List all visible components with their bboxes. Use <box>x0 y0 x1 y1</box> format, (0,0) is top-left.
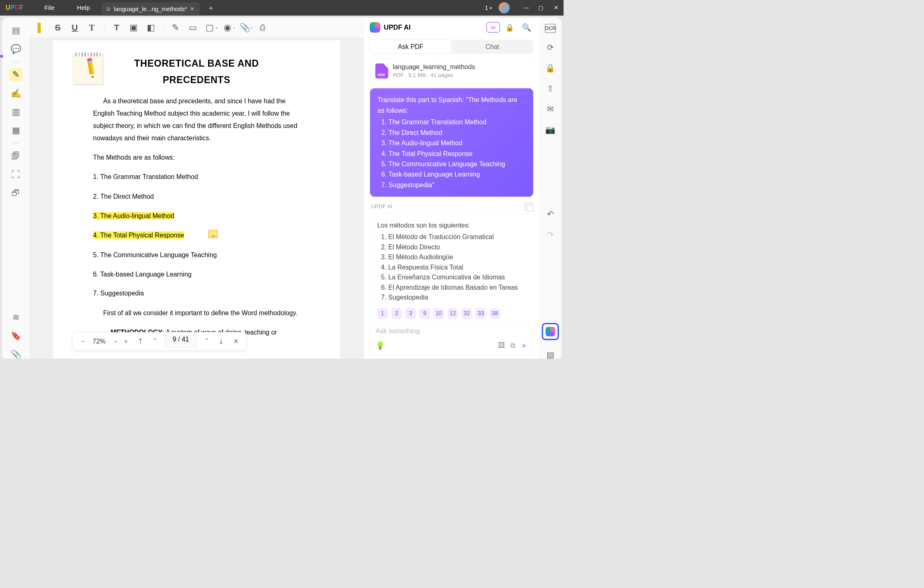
list-item: El Método Audiolingüe <box>388 252 526 262</box>
ai-response: Los métodos son los siguientes: El Métod… <box>370 214 533 319</box>
bookmark-icon[interactable]: 🔖 <box>9 329 23 342</box>
stamp-icon[interactable]: ⎙ <box>255 20 269 35</box>
callout-icon[interactable]: ◧ <box>144 20 158 35</box>
zoom-dropdown[interactable]: ▾ <box>115 339 116 344</box>
citation-chip[interactable]: 2 <box>391 308 402 318</box>
citation-chip[interactable]: 38 <box>489 308 500 318</box>
crop-icon[interactable]: ⛶ <box>9 168 23 181</box>
ocr-icon[interactable]: OCR <box>545 24 556 33</box>
zoom-in-button[interactable]: + <box>121 336 131 346</box>
send-button[interactable]: ➤ <box>521 341 527 350</box>
list-item: 3. The Audio-lingual Method <box>93 209 300 222</box>
tab-title: language_le...ng_methods* <box>114 5 187 12</box>
zoom-value: 72% <box>93 337 110 345</box>
form-icon[interactable]: ▦ <box>9 124 23 137</box>
source-file-card[interactable]: PDF language_learning_methods PDF · 5.1 … <box>370 58 533 83</box>
shape-icon[interactable]: ▢ <box>202 20 217 35</box>
close-button[interactable]: ✕ <box>549 0 564 16</box>
undo-icon[interactable]: ↶ <box>544 208 556 220</box>
text-tool-icon[interactable]: T <box>109 20 124 35</box>
citation-chip[interactable]: 12 <box>447 308 458 318</box>
tab-chat[interactable]: Chat <box>452 40 533 53</box>
list-item: The Direct Method <box>388 128 526 138</box>
strikethrough-icon[interactable]: S <box>51 20 65 35</box>
new-tab-button[interactable]: ＋ <box>199 2 222 13</box>
tab-ask-pdf[interactable]: Ask PDF <box>370 40 452 53</box>
pencil-icon[interactable]: ✎ <box>168 20 183 35</box>
text-style-icon[interactable]: T <box>85 20 99 35</box>
ai-fab-button[interactable] <box>542 323 559 340</box>
citation-chip[interactable]: 9 <box>419 308 430 318</box>
protect-icon[interactable]: 🔒 <box>544 62 556 74</box>
body-text: As a theoretical base and precedents, an… <box>93 95 300 144</box>
document-tab[interactable]: ⊘ language_le...ng_methods* ✕ <box>101 2 199 16</box>
page-number-input[interactable]: 9 / 41 <box>164 335 197 347</box>
citation-chip[interactable]: 32 <box>461 308 472 318</box>
comment-marker-icon[interactable] <box>208 230 218 238</box>
app-logo: UPDF <box>0 4 29 12</box>
list-item: La Enseñanza Comunicativa de Idiomas <box>388 272 526 282</box>
body-text: According to Traits: Describes concrete … <box>93 358 300 359</box>
pages-icon[interactable]: 🗐 <box>9 149 23 163</box>
tab-close-icon[interactable]: ✕ <box>190 6 195 12</box>
list-item: 5. The Communicative Language Teaching <box>93 249 300 261</box>
ai-tabs: Ask PDF Chat <box>370 40 533 53</box>
suggestions-icon[interactable]: 💡 <box>375 341 385 350</box>
list-item: La Respuesta Física Total <box>388 262 526 272</box>
ink-icon[interactable]: ◉ <box>220 20 234 35</box>
zoom-out-button[interactable]: − <box>78 336 88 346</box>
close-nav-button[interactable]: ✕ <box>231 336 241 346</box>
maximize-button[interactable]: ▢ <box>533 0 549 16</box>
list-item: 1. The Grammar Translation Method <box>93 171 300 183</box>
right-rail: OCR ⟳ 🔒 ⇧ ✉ 📷 ↶ ↷ ▤ <box>539 18 562 359</box>
screenshot-tool-icon[interactable]: 📷 <box>544 124 556 136</box>
reader-mode-icon[interactable]: ▤ <box>9 24 23 37</box>
body-text: The Methods are as follows: <box>93 151 300 164</box>
minimize-button[interactable]: — <box>519 0 534 16</box>
share-icon[interactable]: ⇧ <box>544 83 556 95</box>
redo-icon[interactable]: ↷ <box>544 229 556 241</box>
ai-panel: UPDF AI ∞ 🔒 🔍 Ask PDF Chat PDF language_… <box>364 18 539 359</box>
attach-icon[interactable]: 📎 <box>238 20 252 35</box>
list-item: The Total Physical Response <box>388 148 526 158</box>
citation-chip[interactable]: 1 <box>377 308 388 318</box>
edit-text-icon[interactable]: ✍ <box>9 86 23 100</box>
next-page-button[interactable]: ˅ <box>201 336 211 346</box>
citation-chip[interactable]: 10 <box>433 308 444 318</box>
file-name: language_learning_methods <box>393 63 475 71</box>
copy-icon[interactable] <box>525 202 532 210</box>
comment-icon[interactable]: 💬 <box>9 42 23 56</box>
prev-page-button[interactable]: ˄ <box>150 336 160 346</box>
image-attach-icon[interactable]: 🖼 <box>498 342 505 350</box>
screenshot-icon[interactable]: ⧉ <box>510 342 515 350</box>
unlimited-button[interactable]: ∞ <box>486 22 500 33</box>
citation-chip[interactable]: 3 <box>405 308 416 318</box>
avatar[interactable] <box>499 2 510 13</box>
convert-icon[interactable]: ⟳ <box>544 42 556 53</box>
underline-icon[interactable]: U <box>67 20 82 35</box>
citation-chip[interactable]: 33 <box>475 308 486 318</box>
textbox-icon[interactable]: ▣ <box>126 20 141 35</box>
first-page-button[interactable]: ⤒ <box>135 336 145 346</box>
page-title: THEORETICAL BASE ANDPRECEDENTS <box>93 55 300 88</box>
highlighter-icon[interactable]: ▌ <box>33 20 48 35</box>
menu-help[interactable]: Help <box>66 4 101 12</box>
lock-icon[interactable]: 🔒 <box>503 23 516 31</box>
highlight-tool-icon[interactable]: ✎ <box>9 68 23 81</box>
file-meta: PDF · 5.1 MB · 41 pages <box>393 72 475 78</box>
menu-file[interactable]: File <box>33 4 65 12</box>
email-icon[interactable]: ✉ <box>544 103 556 115</box>
layers-icon[interactable]: ≋ <box>9 311 23 324</box>
last-page-button[interactable]: ⤓ <box>216 336 226 346</box>
notes-panel-icon[interactable]: ▤ <box>544 349 556 358</box>
search-icon[interactable]: 🔍 <box>520 23 533 32</box>
eraser-icon[interactable]: ▭ <box>185 20 200 35</box>
page-viewport[interactable]: ✏️ THEORETICAL BASE ANDPRECEDENTS As a t… <box>30 38 364 359</box>
ai-input-box: 💡 🖼 ⧉ ➤ <box>370 323 533 355</box>
window-count[interactable]: 1 ▾ <box>482 4 494 11</box>
compare-icon[interactable]: 🗗 <box>9 186 23 200</box>
list-item: 6. Task-based Language Learning <box>93 268 300 280</box>
attachment-icon[interactable]: 📎 <box>9 348 23 359</box>
page-organize-icon[interactable]: ▥ <box>9 105 23 119</box>
ai-prompt-input[interactable] <box>375 327 527 335</box>
